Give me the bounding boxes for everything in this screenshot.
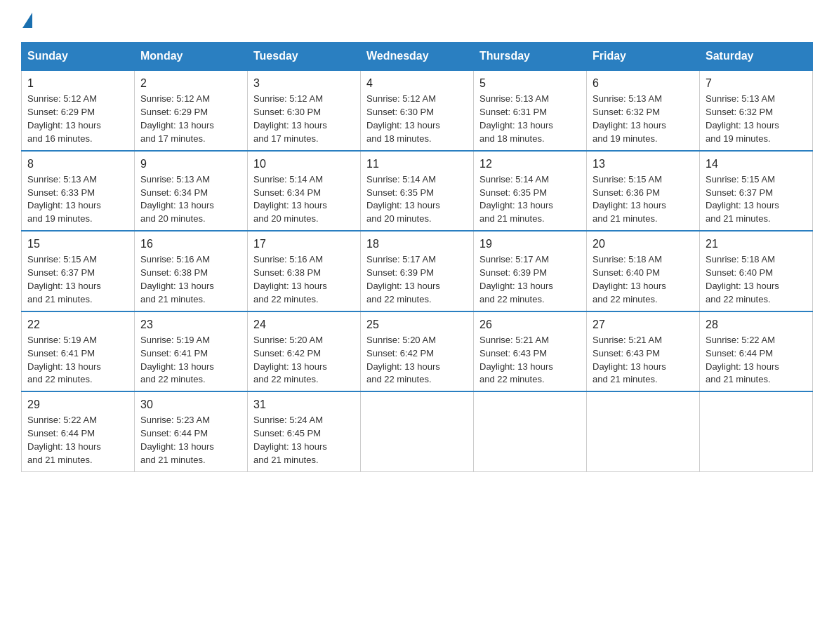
calendar-table: SundayMondayTuesdayWednesdayThursdayFrid… <box>21 42 813 472</box>
calendar-cell: 24 Sunrise: 5:20 AMSunset: 6:42 PMDaylig… <box>248 311 361 392</box>
day-info: Sunrise: 5:23 AMSunset: 6:44 PMDaylight:… <box>140 415 214 465</box>
day-info: Sunrise: 5:12 AMSunset: 6:29 PMDaylight:… <box>27 93 101 144</box>
calendar-cell <box>700 391 813 471</box>
day-number: 11 <box>366 156 468 172</box>
calendar-week-row: 1 Sunrise: 5:12 AMSunset: 6:29 PMDayligh… <box>22 70 813 151</box>
calendar-cell: 29 Sunrise: 5:22 AMSunset: 6:44 PMDaylig… <box>22 391 135 471</box>
day-number: 7 <box>706 75 807 91</box>
day-info: Sunrise: 5:24 AMSunset: 6:45 PMDaylight:… <box>253 415 327 465</box>
calendar-cell: 23 Sunrise: 5:19 AMSunset: 6:41 PMDaylig… <box>135 311 248 392</box>
day-number: 15 <box>27 236 128 252</box>
day-info: Sunrise: 5:20 AMSunset: 6:42 PMDaylight:… <box>253 335 327 385</box>
calendar-week-row: 8 Sunrise: 5:13 AMSunset: 6:33 PMDayligh… <box>22 151 813 232</box>
day-info: Sunrise: 5:14 AMSunset: 6:35 PMDaylight:… <box>479 174 553 224</box>
calendar-cell: 13 Sunrise: 5:15 AMSunset: 6:36 PMDaylig… <box>587 151 700 232</box>
day-info: Sunrise: 5:15 AMSunset: 6:37 PMDaylight:… <box>706 174 779 224</box>
day-info: Sunrise: 5:18 AMSunset: 6:40 PMDaylight:… <box>593 254 666 304</box>
calendar-cell: 3 Sunrise: 5:12 AMSunset: 6:30 PMDayligh… <box>248 70 361 151</box>
calendar-cell: 4 Sunrise: 5:12 AMSunset: 6:30 PMDayligh… <box>361 70 474 151</box>
column-header-saturday: Saturday <box>700 43 813 71</box>
column-header-wednesday: Wednesday <box>361 43 474 71</box>
day-number: 12 <box>479 156 581 172</box>
day-number: 22 <box>27 316 128 333</box>
calendar-cell <box>474 391 587 471</box>
day-info: Sunrise: 5:13 AMSunset: 6:34 PMDaylight:… <box>140 174 214 224</box>
day-number: 21 <box>706 236 807 252</box>
day-info: Sunrise: 5:12 AMSunset: 6:30 PMDaylight:… <box>366 93 440 144</box>
day-info: Sunrise: 5:22 AMSunset: 6:44 PMDaylight:… <box>706 335 779 385</box>
calendar-cell: 12 Sunrise: 5:14 AMSunset: 6:35 PMDaylig… <box>474 151 587 232</box>
calendar-cell: 7 Sunrise: 5:13 AMSunset: 6:32 PMDayligh… <box>700 70 813 151</box>
calendar-cell: 11 Sunrise: 5:14 AMSunset: 6:35 PMDaylig… <box>361 151 474 232</box>
day-number: 26 <box>479 316 581 333</box>
calendar-week-row: 15 Sunrise: 5:15 AMSunset: 6:37 PMDaylig… <box>22 231 813 311</box>
calendar-cell: 18 Sunrise: 5:17 AMSunset: 6:39 PMDaylig… <box>361 231 474 311</box>
column-header-friday: Friday <box>587 43 700 71</box>
calendar-cell: 27 Sunrise: 5:21 AMSunset: 6:43 PMDaylig… <box>587 311 700 392</box>
day-number: 24 <box>253 316 355 333</box>
day-info: Sunrise: 5:21 AMSunset: 6:43 PMDaylight:… <box>479 335 553 385</box>
day-number: 9 <box>140 156 241 172</box>
day-number: 20 <box>593 236 694 252</box>
calendar-cell: 17 Sunrise: 5:16 AMSunset: 6:38 PMDaylig… <box>248 231 361 311</box>
calendar-cell: 15 Sunrise: 5:15 AMSunset: 6:37 PMDaylig… <box>22 231 135 311</box>
day-number: 18 <box>366 236 468 252</box>
calendar-cell: 21 Sunrise: 5:18 AMSunset: 6:40 PMDaylig… <box>700 231 813 311</box>
day-info: Sunrise: 5:19 AMSunset: 6:41 PMDaylight:… <box>27 335 101 385</box>
day-number: 4 <box>366 75 468 91</box>
calendar-cell <box>587 391 700 471</box>
calendar-cell: 9 Sunrise: 5:13 AMSunset: 6:34 PMDayligh… <box>135 151 248 232</box>
day-info: Sunrise: 5:13 AMSunset: 6:31 PMDaylight:… <box>479 93 553 144</box>
column-header-monday: Monday <box>135 43 248 71</box>
day-info: Sunrise: 5:16 AMSunset: 6:38 PMDaylight:… <box>140 254 214 304</box>
day-info: Sunrise: 5:16 AMSunset: 6:38 PMDaylight:… <box>253 254 327 304</box>
calendar-cell: 30 Sunrise: 5:23 AMSunset: 6:44 PMDaylig… <box>135 391 248 471</box>
calendar-week-row: 29 Sunrise: 5:22 AMSunset: 6:44 PMDaylig… <box>22 391 813 471</box>
day-info: Sunrise: 5:13 AMSunset: 6:32 PMDaylight:… <box>593 93 666 144</box>
day-number: 28 <box>706 316 807 333</box>
day-number: 30 <box>140 396 241 412</box>
column-header-thursday: Thursday <box>474 43 587 71</box>
calendar-cell: 10 Sunrise: 5:14 AMSunset: 6:34 PMDaylig… <box>248 151 361 232</box>
day-number: 8 <box>27 156 128 172</box>
day-info: Sunrise: 5:19 AMSunset: 6:41 PMDaylight:… <box>140 335 214 385</box>
day-number: 14 <box>706 156 807 172</box>
day-number: 23 <box>140 316 241 333</box>
calendar-cell: 1 Sunrise: 5:12 AMSunset: 6:29 PMDayligh… <box>22 70 135 151</box>
day-info: Sunrise: 5:15 AMSunset: 6:36 PMDaylight:… <box>593 174 666 224</box>
day-number: 17 <box>253 236 355 252</box>
calendar-cell: 8 Sunrise: 5:13 AMSunset: 6:33 PMDayligh… <box>22 151 135 232</box>
day-number: 3 <box>253 75 355 91</box>
calendar-cell: 20 Sunrise: 5:18 AMSunset: 6:40 PMDaylig… <box>587 231 700 311</box>
calendar-cell: 31 Sunrise: 5:24 AMSunset: 6:45 PMDaylig… <box>248 391 361 471</box>
day-number: 16 <box>140 236 241 252</box>
day-info: Sunrise: 5:13 AMSunset: 6:33 PMDaylight:… <box>27 174 101 224</box>
day-info: Sunrise: 5:14 AMSunset: 6:35 PMDaylight:… <box>366 174 440 224</box>
day-number: 31 <box>253 396 355 412</box>
day-info: Sunrise: 5:14 AMSunset: 6:34 PMDaylight:… <box>253 174 327 224</box>
calendar-cell: 16 Sunrise: 5:16 AMSunset: 6:38 PMDaylig… <box>135 231 248 311</box>
day-number: 29 <box>27 396 128 412</box>
day-info: Sunrise: 5:15 AMSunset: 6:37 PMDaylight:… <box>27 254 101 304</box>
column-header-tuesday: Tuesday <box>248 43 361 71</box>
calendar-cell: 25 Sunrise: 5:20 AMSunset: 6:42 PMDaylig… <box>361 311 474 392</box>
day-info: Sunrise: 5:12 AMSunset: 6:29 PMDaylight:… <box>140 93 214 144</box>
day-number: 6 <box>593 75 694 91</box>
day-number: 13 <box>593 156 694 172</box>
day-info: Sunrise: 5:12 AMSunset: 6:30 PMDaylight:… <box>253 93 327 144</box>
page-header <box>21 14 813 29</box>
day-info: Sunrise: 5:22 AMSunset: 6:44 PMDaylight:… <box>27 415 101 465</box>
day-number: 19 <box>479 236 581 252</box>
calendar-week-row: 22 Sunrise: 5:19 AMSunset: 6:41 PMDaylig… <box>22 311 813 392</box>
day-info: Sunrise: 5:17 AMSunset: 6:39 PMDaylight:… <box>366 254 440 304</box>
day-number: 1 <box>27 75 128 91</box>
logo <box>21 14 34 29</box>
day-info: Sunrise: 5:18 AMSunset: 6:40 PMDaylight:… <box>706 254 779 304</box>
calendar-cell: 5 Sunrise: 5:13 AMSunset: 6:31 PMDayligh… <box>474 70 587 151</box>
calendar-header-row: SundayMondayTuesdayWednesdayThursdayFrid… <box>22 43 813 71</box>
calendar-cell <box>361 391 474 471</box>
calendar-cell: 19 Sunrise: 5:17 AMSunset: 6:39 PMDaylig… <box>474 231 587 311</box>
day-info: Sunrise: 5:13 AMSunset: 6:32 PMDaylight:… <box>706 93 779 144</box>
day-info: Sunrise: 5:21 AMSunset: 6:43 PMDaylight:… <box>593 335 666 385</box>
day-number: 27 <box>593 316 694 333</box>
